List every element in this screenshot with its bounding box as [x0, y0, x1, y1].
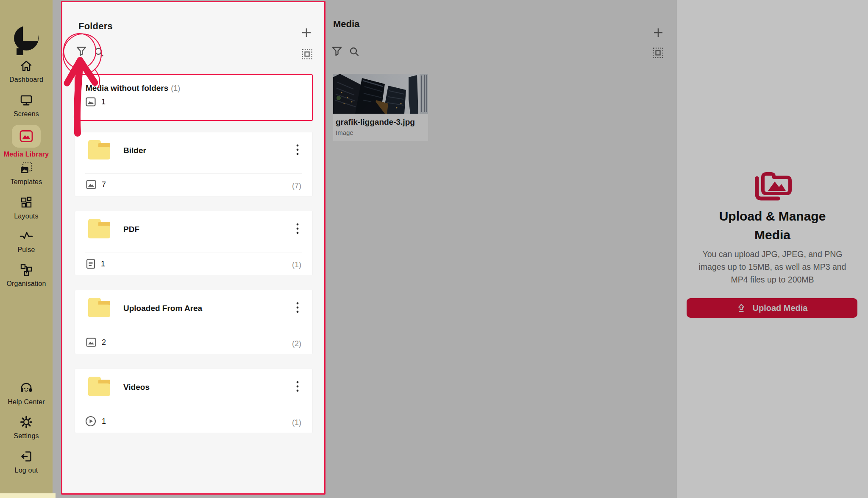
- folder-name: Bilder: [123, 146, 146, 155]
- folders-filter-button[interactable]: [76, 46, 87, 59]
- unfiled-title-text: Media without folders: [86, 84, 168, 92]
- home-icon: [20, 59, 33, 72]
- sidebar-bottom-strip: [0, 493, 56, 498]
- unfiled-title-count: (1): [171, 84, 180, 92]
- sidebar-item-templates[interactable]: Templates: [0, 162, 53, 186]
- template-icon: [19, 162, 33, 174]
- sidebar-item-label: Dashboard: [9, 76, 43, 84]
- folder-card-pdf[interactable]: PDF 1 (1): [75, 211, 313, 275]
- sidebar-item-label: Help Center: [8, 398, 45, 406]
- folder-card-bilder[interactable]: Bilder 7 (7): [75, 132, 313, 196]
- folders-search-button[interactable]: [94, 47, 105, 59]
- folder-menu-button[interactable]: [296, 223, 299, 236]
- image-icon: [86, 180, 96, 189]
- app-logo[interactable]: [13, 24, 39, 57]
- headset-icon: [19, 382, 33, 394]
- document-icon: [86, 259, 95, 269]
- sidebar-item-label: Log out: [15, 467, 38, 474]
- sidebar-item-log-out[interactable]: Log out: [0, 450, 53, 474]
- folder-menu-button[interactable]: [296, 144, 299, 157]
- sidebar-item-label: Settings: [14, 432, 39, 440]
- plus-icon: [301, 27, 312, 38]
- gear-icon: [20, 416, 33, 428]
- org-chart-icon: [20, 263, 33, 276]
- sidebar-item-label: Pulse: [17, 246, 35, 254]
- folder-icon: [87, 218, 112, 240]
- card-divider: [85, 410, 302, 410]
- folders-multiselect-button[interactable]: [301, 48, 313, 62]
- folder-icon: [87, 139, 112, 161]
- card-divider: [85, 173, 302, 173]
- image-icon: [86, 97, 96, 106]
- card-divider: [85, 331, 302, 331]
- kebab-icon: [296, 223, 299, 234]
- unfiled-media-count: 1: [101, 98, 106, 106]
- folder-count-badge: (1): [292, 260, 301, 269]
- sidebar-item-layouts[interactable]: Layouts: [0, 196, 53, 220]
- filter-icon: [76, 46, 87, 57]
- select-area-icon: [301, 48, 313, 60]
- layouts-icon: [20, 196, 33, 209]
- sidebar-item-organisation[interactable]: Organisation: [0, 263, 53, 288]
- folder-count-badge: (7): [292, 182, 301, 190]
- folder-count-badge: (2): [292, 339, 301, 348]
- kebab-icon: [296, 381, 299, 392]
- play-icon: [85, 416, 96, 427]
- sidebar-item-label: Organisation: [6, 280, 46, 288]
- folder-name: Videos: [123, 383, 150, 392]
- logout-icon: [20, 450, 33, 463]
- folders-panel: Folders Media without folders(1) 1 Bilde…: [61, 1, 326, 495]
- sidebar-item-screens[interactable]: Screens: [0, 94, 53, 118]
- sidebar-item-label: Layouts: [14, 213, 38, 220]
- sidebar-item-dashboard[interactable]: Dashboard: [0, 59, 53, 84]
- kebab-icon: [296, 144, 299, 155]
- image-icon: [86, 338, 96, 347]
- folder-name: PDF: [123, 225, 139, 234]
- add-folder-button[interactable]: [301, 27, 312, 40]
- active-item-pill: [12, 125, 41, 148]
- folder-card-uploaded-from-area[interactable]: Uploaded From Area 2 (2): [75, 290, 313, 354]
- folder-item-count: 1: [102, 417, 106, 426]
- folder-item-count: 7: [102, 180, 106, 189]
- monitor-icon: [20, 94, 33, 106]
- sidebar: Dashboard Screens Media Library Template…: [0, 0, 53, 498]
- folders-panel-title: Folders: [78, 21, 113, 32]
- sidebar-item-media-library[interactable]: Media Library: [0, 125, 53, 158]
- sidebar-item-settings[interactable]: Settings: [0, 416, 53, 440]
- kebab-icon: [296, 302, 299, 313]
- unfiled-media-card[interactable]: Media without folders(1) 1: [75, 74, 313, 121]
- unfiled-card-title: Media without folders(1): [86, 84, 180, 93]
- folder-icon: [87, 376, 112, 398]
- search-icon: [94, 47, 105, 58]
- folder-name: Uploaded From Area: [123, 304, 202, 313]
- folder-item-count: 2: [102, 338, 106, 347]
- sidebar-item-label: Templates: [11, 178, 42, 186]
- folder-card-videos[interactable]: Videos 1 (1): [75, 369, 313, 433]
- folder-menu-button[interactable]: [296, 381, 299, 394]
- folder-item-count: 1: [101, 260, 105, 269]
- folder-count-badge: (1): [292, 418, 301, 427]
- card-divider: [85, 252, 302, 252]
- folder-icon: [87, 297, 112, 319]
- sidebar-item-label: Screens: [14, 110, 39, 118]
- pulse-icon: [19, 231, 33, 241]
- media-library-icon: [19, 130, 33, 143]
- sidebar-item-label: Media Library: [4, 151, 49, 158]
- folder-menu-button[interactable]: [296, 302, 299, 315]
- sidebar-item-pulse[interactable]: Pulse: [0, 231, 53, 254]
- sidebar-item-help-center[interactable]: Help Center: [0, 382, 53, 406]
